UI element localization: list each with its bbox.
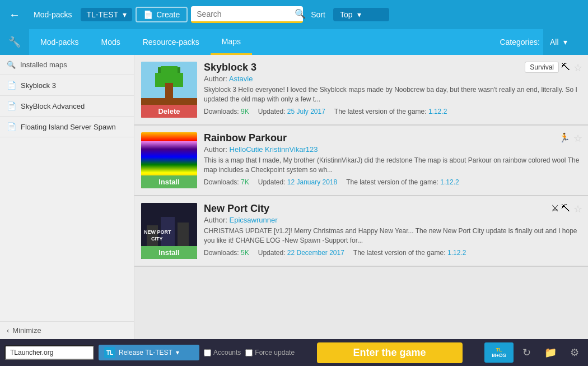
tl-mods-logo: TL M●DS	[484, 342, 514, 363]
sidebar-item-floating-island-label: Floating Island Server Spawn	[21, 123, 116, 131]
main-content: 🔍 Installed maps 📄 Skyblock 3 📄 SkyBlock…	[0, 55, 588, 339]
tools-icon[interactable]: 🔧	[0, 29, 29, 55]
runner-icon: 🏃	[559, 132, 570, 143]
map-thumb-skyblock3: Delete	[141, 62, 197, 118]
map-icons-newport: ⚔ ⛏	[551, 203, 570, 214]
map-author-link-newport[interactable]: Epicsawrunner	[230, 216, 278, 224]
profile-dropdown[interactable]: TL-TEST ▾	[81, 8, 132, 21]
star-icon-newport[interactable]: ☆	[573, 203, 582, 215]
tab-modpacks[interactable]: Mod-packs	[29, 29, 90, 55]
second-nav: 🔧 Mod-packs Mods Resource-packs Maps Cat…	[0, 29, 588, 55]
svg-rect-4	[161, 66, 178, 75]
file-icon: 📄	[7, 101, 16, 110]
pickaxe-icon-2: ⛏	[561, 203, 570, 214]
minimize-area[interactable]: ‹ Minimize	[0, 321, 134, 339]
sidebar-item-skyblock-advanced[interactable]: 📄 SkyBlock Advanced	[0, 96, 134, 117]
refresh-button[interactable]: ↻	[518, 344, 535, 361]
downloads-rainbow: Downloads: 7K	[204, 178, 249, 186]
map-meta-newport: Downloads: 5K Updated: 22 December 2017 …	[204, 249, 581, 257]
search-input[interactable]	[197, 10, 295, 18]
search-icon: 🔍	[295, 8, 306, 19]
chevron-left-icon: ‹	[7, 326, 9, 335]
force-update-checkbox[interactable]	[245, 349, 253, 356]
installed-maps-header: 🔍 Installed maps	[0, 55, 134, 75]
sidebar-item-floating-island[interactable]: 📄 Floating Island Server Spawn	[0, 117, 134, 137]
map-desc-newport: CHRISTMAS UPDATE [v1.2]! Merry Christmas…	[204, 226, 581, 245]
search-icon-sidebar: 🔍	[7, 61, 16, 69]
tab-mods-label: Mods	[101, 38, 120, 47]
star-icon-skyblock3[interactable]: ☆	[573, 62, 582, 74]
release-dropdown[interactable]: TL Release TL-TEST ▾	[99, 345, 199, 360]
downloads-skyblock3: Downloads: 9K	[204, 108, 249, 115]
release-label: Release TL-TEST	[119, 349, 172, 356]
accounts-label: Accounts	[213, 349, 241, 356]
top-dropdown[interactable]: Top ▾	[333, 8, 389, 21]
install-button-newport[interactable]: Install	[141, 246, 197, 259]
map-list: Delete Skyblock 3 Author: Astavie Skyblo…	[134, 55, 588, 339]
svg-text:CITY: CITY	[151, 236, 163, 242]
installed-maps-label: Installed maps	[20, 61, 67, 69]
map-card-newport: NEW PORT CITY Install New Port City Auth…	[134, 196, 588, 267]
categories-label: Categories:	[500, 38, 543, 47]
tab-maps[interactable]: Maps	[211, 29, 252, 55]
map-info-newport: New Port City Author: Epicsawrunner CHRI…	[204, 203, 581, 259]
tab-resource-packs-label: Resource-packs	[143, 38, 199, 47]
modpacks-nav-button[interactable]: Mod-packs	[28, 8, 77, 21]
tab-modpacks-label: Mod-packs	[40, 38, 78, 47]
settings-button[interactable]: ⚙	[566, 344, 584, 361]
updated-skyblock3: Updated: 25 July 2017	[258, 108, 325, 115]
accounts-checkbox-label[interactable]: Accounts	[204, 349, 241, 356]
categories-dropdown[interactable]: All ▾	[543, 29, 588, 55]
chevron-down-icon: ▾	[357, 10, 361, 19]
updated-rainbow: Updated: 12 January 2018	[258, 178, 337, 186]
map-card-rainbow-parkour: Install Rainbow Parkour Author: HelloCut…	[134, 126, 588, 196]
minimize-label: Minimize	[12, 326, 41, 335]
profile-label: TL-TEST	[86, 10, 118, 19]
enter-game-button[interactable]: Enter the game	[317, 342, 463, 363]
sidebar-item-skyblock-advanced-label: SkyBlock Advanced	[21, 102, 85, 110]
map-icons-skyblock3: Survival ⛏	[525, 62, 570, 73]
back-button[interactable]: ←	[4, 6, 25, 24]
delete-button-skyblock3[interactable]: Delete	[141, 105, 197, 118]
updated-newport: Updated: 22 December 2017	[258, 249, 344, 257]
map-author-skyblock3: Author: Astavie	[204, 75, 581, 83]
downloads-newport: Downloads: 5K	[204, 249, 249, 257]
map-icons-rainbow: 🏃	[559, 132, 570, 143]
file-icon: 📄	[7, 122, 16, 131]
sidebar-item-skyblock3[interactable]: 📄 Skyblock 3	[0, 75, 134, 96]
map-info-rainbow: Rainbow Parkour Author: HelloCutie Krist…	[204, 132, 581, 188]
map-desc-skyblock3: Skyblock 3 Hello everyone! I loved the S…	[204, 85, 581, 104]
sidebar: 🔍 Installed maps 📄 Skyblock 3 📄 SkyBlock…	[0, 55, 134, 339]
force-update-label: Force update	[255, 349, 295, 356]
tab-maps-label: Maps	[222, 37, 241, 46]
sort-label: Sort	[306, 10, 330, 19]
map-thumb-newport: NEW PORT CITY Install	[141, 203, 197, 259]
categories-value: All	[550, 38, 559, 47]
chevron-down-icon: ▾	[563, 38, 567, 47]
accounts-checkbox[interactable]	[204, 349, 211, 356]
sidebar-item-skyblock3-label: Skyblock 3	[21, 81, 56, 90]
search-box[interactable]: 🔍	[191, 6, 303, 23]
install-button-rainbow[interactable]: Install	[141, 175, 197, 188]
tab-resource-packs[interactable]: Resource-packs	[132, 29, 211, 55]
map-author-newport: Author: Epicsawrunner	[204, 216, 581, 224]
map-author-link-skyblock3[interactable]: Astavie	[229, 75, 253, 83]
map-author-rainbow: Author: HelloCutie KristinnVikar123	[204, 145, 581, 154]
version-rainbow: The latest version of the game: 1.12.2	[346, 178, 459, 186]
map-title-rainbow: Rainbow Parkour	[204, 132, 581, 144]
pickaxe-icon-1: ⚔	[551, 203, 559, 214]
map-card-skyblock3: Delete Skyblock 3 Author: Astavie Skyblo…	[134, 55, 588, 126]
svg-text:NEW PORT: NEW PORT	[144, 229, 171, 235]
url-input[interactable]	[4, 345, 94, 360]
star-icon-rainbow[interactable]: ☆	[573, 132, 582, 145]
chevron-down-icon: ▾	[123, 10, 127, 19]
map-desc-rainbow: This is a map that I made, My brother (K…	[204, 156, 581, 175]
folder-button[interactable]: 📁	[540, 344, 561, 361]
create-label: Create	[156, 10, 180, 19]
force-update-checkbox-label[interactable]: Force update	[245, 349, 295, 356]
create-icon: 📄	[143, 10, 153, 19]
create-button[interactable]: 📄 Create	[136, 7, 188, 22]
tab-mods[interactable]: Mods	[90, 29, 131, 55]
map-author-link-rainbow[interactable]: HelloCutie KristinnVikar123	[230, 145, 318, 154]
bottom-bar: TL Release TL-TEST ▾ Accounts Force upda…	[0, 339, 588, 366]
